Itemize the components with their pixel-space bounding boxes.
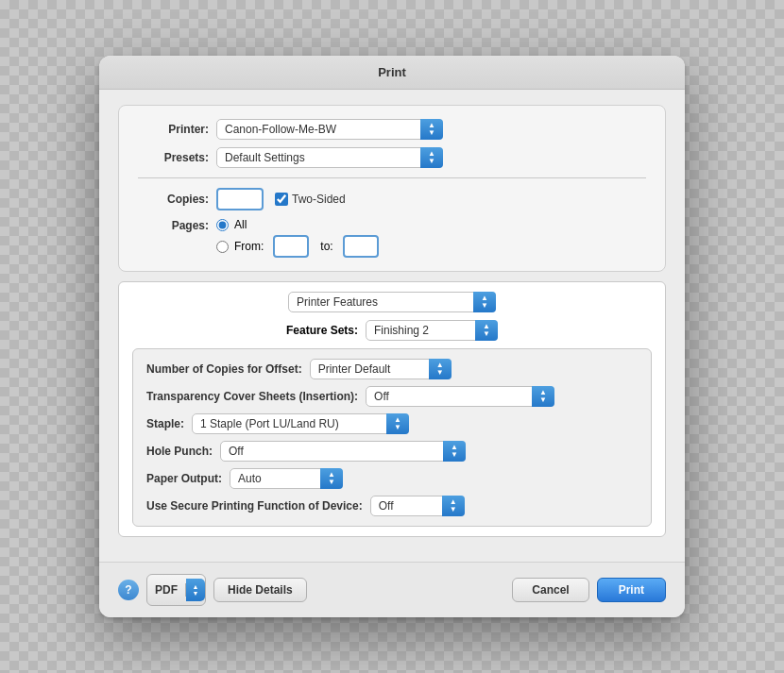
paper-output-select-wrapper: Auto ▲ ▼ <box>230 468 343 489</box>
dialog-body: Printer: Canon-Follow-Me-BW ▲ ▼ Presets: <box>99 90 685 562</box>
pages-from-radio[interactable] <box>216 241 229 253</box>
presets-select-wrapper: Default Settings ▲ ▼ <box>216 147 443 168</box>
help-button[interactable]: ? <box>118 580 139 600</box>
separator-1 <box>138 177 646 178</box>
presets-row: Presets: Default Settings ▲ ▼ <box>138 147 646 168</box>
hide-details-button[interactable]: Hide Details <box>213 578 307 602</box>
copies-label: Copies: <box>138 193 209 206</box>
presets-select[interactable]: Default Settings <box>216 147 443 168</box>
paper-output-row: Paper Output: Auto ▲ ▼ <box>146 468 638 489</box>
feature-sets-label: Feature Sets: <box>286 324 358 337</box>
presets-label: Presets: <box>138 151 209 164</box>
help-label: ? <box>125 583 131 597</box>
feature-sets-select[interactable]: Finishing 2 <box>366 320 498 341</box>
two-sided-checkbox[interactable] <box>275 193 288 206</box>
staple-select[interactable]: 1 Staple (Port LU/Land RU) <box>192 413 409 434</box>
printer-features-select-wrapper: Printer Features ▲ ▼ <box>288 292 496 312</box>
staple-row: Staple: 1 Staple (Port LU/Land RU) ▲ ▼ <box>146 413 638 434</box>
paper-output-select[interactable]: Auto <box>230 468 343 489</box>
dialog-title: Print <box>99 56 685 90</box>
printer-features-section: Printer Features ▲ ▼ Feature Sets: Finis… <box>118 281 666 537</box>
pages-to-input[interactable]: 1 <box>343 235 379 258</box>
secure-print-row: Use Secure Printing Function of Device: … <box>146 496 638 516</box>
pages-all-row: All <box>216 218 379 231</box>
transparency-select-wrapper: Off ▲ ▼ <box>366 386 554 407</box>
pages-options: All From: 1 to: 1 <box>216 218 379 258</box>
paper-output-label: Paper Output: <box>146 472 222 485</box>
two-sided-label: Two-Sided <box>292 193 346 206</box>
print-label: Print <box>619 583 644 597</box>
hole-punch-label: Hole Punch: <box>146 445 213 458</box>
hole-punch-row: Hole Punch: Off ▲ ▼ <box>146 441 638 462</box>
pages-from-input[interactable]: 1 <box>273 235 309 258</box>
printer-select-wrapper: Canon-Follow-Me-BW ▲ ▼ <box>216 119 443 140</box>
transparency-label: Transparency Cover Sheets (Insertion): <box>146 390 358 403</box>
copies-input[interactable]: 1 <box>216 188 264 210</box>
pages-all-label: All <box>234 218 247 231</box>
feature-sets-row: Feature Sets: Finishing 2 ▲ ▼ <box>132 320 652 341</box>
pages-label: Pages: <box>138 218 209 232</box>
feature-sets-select-wrapper: Finishing 2 ▲ ▼ <box>366 320 498 341</box>
pdf-arrow-icon: ▲ ▼ <box>186 579 205 601</box>
pages-to-label: to: <box>320 240 332 253</box>
cancel-label: Cancel <box>532 583 569 597</box>
printer-row: Printer: Canon-Follow-Me-BW ▲ ▼ <box>138 119 646 140</box>
transparency-select[interactable]: Off <box>366 386 554 407</box>
copies-offset-select[interactable]: Printer Default <box>310 359 452 379</box>
transparency-row: Transparency Cover Sheets (Insertion): O… <box>146 386 638 407</box>
pages-from-label: From: <box>234 240 264 253</box>
printer-select[interactable]: Canon-Follow-Me-BW <box>216 119 443 140</box>
secure-print-select[interactable]: Off <box>370 496 465 516</box>
hole-punch-select[interactable]: Off <box>220 441 466 462</box>
pdf-label: PDF <box>147 583 186 597</box>
hole-punch-select-wrapper: Off ▲ ▼ <box>220 441 466 462</box>
copies-offset-row: Number of Copies for Offset: Printer Def… <box>146 359 638 379</box>
staple-select-wrapper: 1 Staple (Port LU/Land RU) ▲ ▼ <box>192 413 409 434</box>
bottom-bar: ? PDF ▲ ▼ Hide Details Cancel Print <box>99 562 685 617</box>
pages-row: Pages: All From: 1 to: 1 <box>138 218 646 258</box>
printer-features-select[interactable]: Printer Features <box>288 292 496 312</box>
secure-print-label: Use Secure Printing Function of Device: <box>146 499 363 513</box>
pages-range-row: From: 1 to: 1 <box>216 235 379 258</box>
printer-label: Printer: <box>138 123 209 136</box>
inner-options-section: Number of Copies for Offset: Printer Def… <box>132 348 652 527</box>
staple-label: Staple: <box>146 417 184 430</box>
main-form-section: Printer: Canon-Follow-Me-BW ▲ ▼ Presets: <box>118 105 666 272</box>
print-button[interactable]: Print <box>597 578 666 602</box>
copies-offset-label: Number of Copies for Offset: <box>146 362 302 376</box>
printer-features-row: Printer Features ▲ ▼ <box>132 292 652 312</box>
pages-all-radio[interactable] <box>216 219 229 231</box>
hide-details-label: Hide Details <box>228 583 293 597</box>
print-dialog: Print Printer: Canon-Follow-Me-BW ▲ ▼ <box>99 56 685 617</box>
pdf-button[interactable]: PDF ▲ ▼ <box>146 574 206 606</box>
copies-row: Copies: 1 Two-Sided <box>138 188 646 210</box>
copies-offset-select-wrapper: Printer Default ▲ ▼ <box>310 359 452 379</box>
title-text: Print <box>378 65 406 79</box>
secure-print-select-wrapper: Off ▲ ▼ <box>370 496 465 516</box>
cancel-button[interactable]: Cancel <box>512 578 588 602</box>
